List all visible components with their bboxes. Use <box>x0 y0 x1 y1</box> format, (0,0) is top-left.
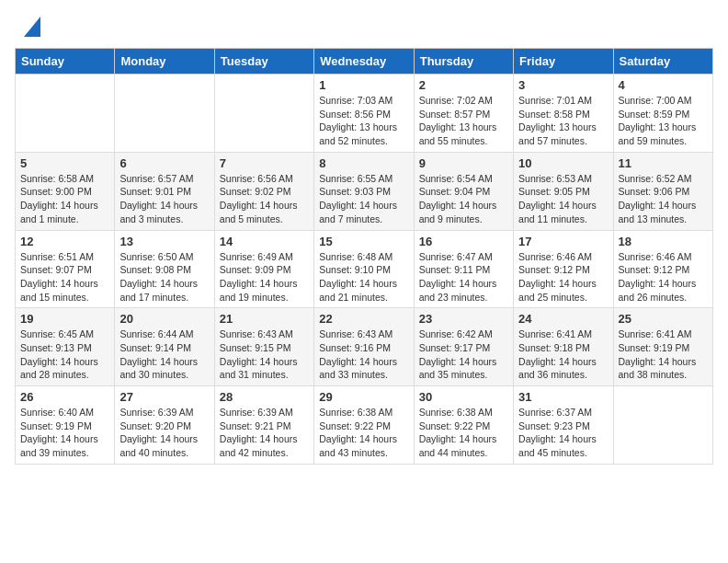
day-number: 14 <box>220 235 309 248</box>
calendar-header-sunday: Sunday <box>16 49 115 75</box>
day-number: 28 <box>220 390 309 404</box>
day-number: 18 <box>619 235 708 248</box>
calendar-header-friday: Friday <box>514 49 613 75</box>
calendar-week-row: 12Sunrise: 6:51 AMSunset: 9:07 PMDayligh… <box>16 230 713 308</box>
day-number: 8 <box>319 156 408 170</box>
calendar-header-thursday: Thursday <box>414 49 513 75</box>
calendar-cell: 2Sunrise: 7:02 AMSunset: 8:57 PMDaylight… <box>414 75 513 153</box>
calendar-week-row: 1Sunrise: 7:03 AMSunset: 8:56 PMDaylight… <box>16 75 713 153</box>
day-info: Sunrise: 7:00 AMSunset: 8:59 PMDaylight:… <box>619 94 708 148</box>
calendar-header-tuesday: Tuesday <box>214 49 313 75</box>
day-number: 1 <box>319 78 408 92</box>
day-number: 20 <box>119 312 209 326</box>
calendar-cell: 23Sunrise: 6:42 AMSunset: 9:17 PMDayligh… <box>414 308 513 386</box>
calendar-cell: 9Sunrise: 6:54 AMSunset: 9:04 PMDaylight… <box>414 152 513 230</box>
calendar-cell: 6Sunrise: 6:57 AMSunset: 9:01 PMDaylight… <box>115 152 214 230</box>
calendar-cell: 10Sunrise: 6:53 AMSunset: 9:05 PMDayligh… <box>514 152 613 230</box>
day-number: 11 <box>619 156 708 170</box>
calendar-week-row: 5Sunrise: 6:58 AMSunset: 9:00 PMDaylight… <box>16 152 713 230</box>
calendar-cell <box>115 75 214 153</box>
calendar-cell: 28Sunrise: 6:39 AMSunset: 9:21 PMDayligh… <box>214 386 313 465</box>
calendar-cell <box>16 75 115 153</box>
day-number: 15 <box>319 235 408 248</box>
calendar-cell: 17Sunrise: 6:46 AMSunset: 9:12 PMDayligh… <box>514 230 613 308</box>
calendar-cell: 14Sunrise: 6:49 AMSunset: 9:09 PMDayligh… <box>214 230 313 308</box>
day-info: Sunrise: 6:50 AMSunset: 9:08 PMDaylight:… <box>119 250 209 304</box>
day-info: Sunrise: 6:39 AMSunset: 9:21 PMDaylight:… <box>220 406 309 460</box>
calendar-header-monday: Monday <box>115 49 214 75</box>
day-number: 13 <box>119 235 209 248</box>
day-number: 29 <box>319 390 408 404</box>
calendar-cell: 1Sunrise: 7:03 AMSunset: 8:56 PMDaylight… <box>314 75 414 153</box>
calendar-header-saturday: Saturday <box>613 49 712 75</box>
day-number: 19 <box>20 312 109 326</box>
day-number: 5 <box>20 156 109 170</box>
calendar-cell <box>214 75 313 153</box>
calendar-cell: 8Sunrise: 6:55 AMSunset: 9:03 PMDaylight… <box>314 152 414 230</box>
day-number: 2 <box>419 78 508 92</box>
day-number: 23 <box>419 312 508 326</box>
calendar-cell: 24Sunrise: 6:41 AMSunset: 9:18 PMDayligh… <box>514 308 613 386</box>
day-info: Sunrise: 6:55 AMSunset: 9:03 PMDaylight:… <box>319 172 408 226</box>
logo-icon <box>20 17 40 37</box>
day-number: 6 <box>119 156 209 170</box>
day-info: Sunrise: 6:51 AMSunset: 9:07 PMDaylight:… <box>20 250 109 304</box>
calendar-cell: 26Sunrise: 6:40 AMSunset: 9:19 PMDayligh… <box>16 386 115 465</box>
calendar-table: SundayMondayTuesdayWednesdayThursdayFrid… <box>15 48 713 465</box>
page-header <box>15 15 713 37</box>
day-info: Sunrise: 6:43 AMSunset: 9:15 PMDaylight:… <box>220 327 309 382</box>
calendar-cell: 25Sunrise: 6:41 AMSunset: 9:19 PMDayligh… <box>613 308 712 386</box>
day-number: 7 <box>220 156 309 170</box>
day-info: Sunrise: 6:53 AMSunset: 9:05 PMDaylight:… <box>518 172 608 226</box>
day-info: Sunrise: 6:49 AMSunset: 9:09 PMDaylight:… <box>220 250 309 304</box>
calendar-cell: 16Sunrise: 6:47 AMSunset: 9:11 PMDayligh… <box>414 230 513 308</box>
day-info: Sunrise: 6:52 AMSunset: 9:06 PMDaylight:… <box>619 172 708 226</box>
calendar-cell: 5Sunrise: 6:58 AMSunset: 9:00 PMDaylight… <box>16 152 115 230</box>
calendar-cell: 27Sunrise: 6:39 AMSunset: 9:20 PMDayligh… <box>115 386 214 465</box>
day-info: Sunrise: 7:02 AMSunset: 8:57 PMDaylight:… <box>419 94 508 148</box>
day-number: 27 <box>119 390 209 404</box>
day-number: 22 <box>319 312 408 326</box>
calendar-cell: 11Sunrise: 6:52 AMSunset: 9:06 PMDayligh… <box>613 152 712 230</box>
calendar-cell: 20Sunrise: 6:44 AMSunset: 9:14 PMDayligh… <box>115 308 214 386</box>
day-info: Sunrise: 6:56 AMSunset: 9:02 PMDaylight:… <box>220 172 309 226</box>
calendar-cell: 30Sunrise: 6:38 AMSunset: 9:22 PMDayligh… <box>414 386 513 465</box>
day-number: 10 <box>518 156 608 170</box>
calendar-cell: 29Sunrise: 6:38 AMSunset: 9:22 PMDayligh… <box>314 386 414 465</box>
calendar-cell: 3Sunrise: 7:01 AMSunset: 8:58 PMDaylight… <box>514 75 613 153</box>
calendar-week-row: 26Sunrise: 6:40 AMSunset: 9:19 PMDayligh… <box>16 386 713 465</box>
day-info: Sunrise: 7:03 AMSunset: 8:56 PMDaylight:… <box>319 94 408 148</box>
day-number: 25 <box>619 312 708 326</box>
day-info: Sunrise: 6:47 AMSunset: 9:11 PMDaylight:… <box>419 250 508 304</box>
calendar-cell: 7Sunrise: 6:56 AMSunset: 9:02 PMDaylight… <box>214 152 313 230</box>
day-number: 21 <box>220 312 309 326</box>
day-number: 9 <box>419 156 508 170</box>
day-info: Sunrise: 6:41 AMSunset: 9:18 PMDaylight:… <box>518 327 608 382</box>
day-number: 16 <box>419 235 508 248</box>
day-info: Sunrise: 6:46 AMSunset: 9:12 PMDaylight:… <box>619 250 708 304</box>
day-number: 31 <box>518 390 608 404</box>
day-info: Sunrise: 6:42 AMSunset: 9:17 PMDaylight:… <box>419 327 508 382</box>
day-number: 12 <box>20 235 109 248</box>
calendar-cell: 18Sunrise: 6:46 AMSunset: 9:12 PMDayligh… <box>613 230 712 308</box>
day-info: Sunrise: 6:37 AMSunset: 9:23 PMDaylight:… <box>518 406 608 460</box>
calendar-cell: 15Sunrise: 6:48 AMSunset: 9:10 PMDayligh… <box>314 230 414 308</box>
day-info: Sunrise: 6:39 AMSunset: 9:20 PMDaylight:… <box>119 406 209 460</box>
calendar-header-row: SundayMondayTuesdayWednesdayThursdayFrid… <box>16 49 713 75</box>
calendar-cell: 4Sunrise: 7:00 AMSunset: 8:59 PMDaylight… <box>613 75 712 153</box>
calendar-cell <box>613 386 712 465</box>
logo <box>15 15 40 37</box>
day-number: 3 <box>518 78 608 92</box>
calendar-header-wednesday: Wednesday <box>314 49 414 75</box>
day-info: Sunrise: 6:45 AMSunset: 9:13 PMDaylight:… <box>20 327 109 382</box>
day-number: 24 <box>518 312 608 326</box>
calendar-cell: 19Sunrise: 6:45 AMSunset: 9:13 PMDayligh… <box>16 308 115 386</box>
day-info: Sunrise: 6:40 AMSunset: 9:19 PMDaylight:… <box>20 406 109 460</box>
svg-marker-0 <box>24 17 40 37</box>
day-number: 26 <box>20 390 109 404</box>
day-info: Sunrise: 6:38 AMSunset: 9:22 PMDaylight:… <box>419 406 508 460</box>
calendar-cell: 21Sunrise: 6:43 AMSunset: 9:15 PMDayligh… <box>214 308 313 386</box>
day-info: Sunrise: 6:38 AMSunset: 9:22 PMDaylight:… <box>319 406 408 460</box>
calendar-cell: 12Sunrise: 6:51 AMSunset: 9:07 PMDayligh… <box>16 230 115 308</box>
day-info: Sunrise: 7:01 AMSunset: 8:58 PMDaylight:… <box>518 94 608 148</box>
